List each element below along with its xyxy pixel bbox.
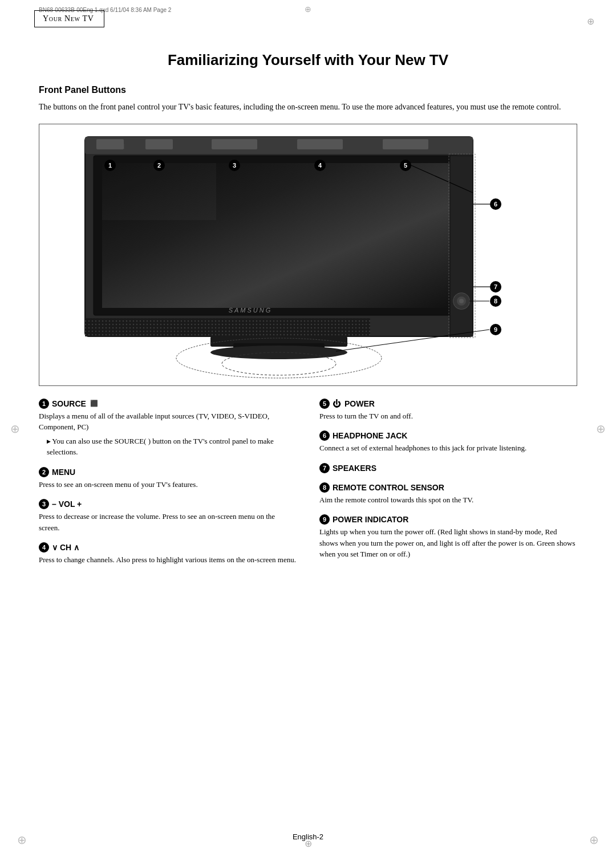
svg-rect-12 xyxy=(212,139,257,149)
desc-power-body: Press to turn the TV on and off. xyxy=(319,411,577,422)
desc-source-title: 1 SOURCE ⬛ xyxy=(39,399,297,409)
desc-vol: 3 – VOL + Press to decrease or increase … xyxy=(39,499,297,533)
badge-6: 6 xyxy=(319,430,330,441)
desc-menu-body: Press to see an on-screen menu of your T… xyxy=(39,479,297,490)
left-column: 1 SOURCE ⬛ Displays a menu of all of the… xyxy=(39,399,297,575)
desc-menu: 2 MENU Press to see an on-screen menu of… xyxy=(39,467,297,490)
descriptions-container: 1 SOURCE ⬛ Displays a menu of all of the… xyxy=(39,399,577,575)
desc-ch: 4 ∨ CH ∧ Press to change channels. Also … xyxy=(39,542,297,566)
main-content: Familiarizing Yourself with Your New TV … xyxy=(39,51,577,575)
badge-8: 8 xyxy=(319,482,330,493)
svg-rect-3 xyxy=(102,163,216,220)
svg-text:1: 1 xyxy=(108,162,112,169)
desc-remote-sensor-title: 8 REMOTE CONTROL SENSOR xyxy=(319,482,577,493)
page-title: Familiarizing Yourself with Your New TV xyxy=(39,51,577,69)
desc-power-title: 5 ⏻POWER xyxy=(319,399,577,409)
badge-4: 4 xyxy=(39,542,49,553)
badge-9: 9 xyxy=(319,514,330,525)
desc-source-sub: You can also use the SOURCE( ) button on… xyxy=(47,436,297,458)
badge-2: 2 xyxy=(39,467,49,477)
desc-power-indicator: 9 POWER INDICATOR Lights up when you tur… xyxy=(319,514,577,560)
reg-mark-right: ⊕ xyxy=(596,422,606,436)
svg-rect-13 xyxy=(297,139,343,149)
desc-menu-title: 2 MENU xyxy=(39,467,297,477)
desc-power-indicator-body: Lights up when you turn the power off. (… xyxy=(319,526,577,560)
source-icon: ⬛ xyxy=(90,400,98,407)
tv-svg: SOURCE ⬛ MENU – VOL + ∨ CH ∧ ⏻ POWER SAM… xyxy=(39,124,577,386)
badge-1: 1 xyxy=(39,399,49,409)
svg-rect-18 xyxy=(85,318,370,336)
badge-3: 3 xyxy=(39,499,49,509)
desc-speakers-title: 7 SPEAKERS xyxy=(319,463,577,473)
reg-mark-top-center: ⊕ xyxy=(305,5,311,14)
reg-mark-bottom-left: ⊕ xyxy=(17,833,27,847)
svg-text:2: 2 xyxy=(157,162,161,169)
desc-vol-body: Press to decrease or increase the volume… xyxy=(39,511,297,533)
desc-headphone-body: Connect a set of external headphones to … xyxy=(319,442,577,454)
desc-headphone-title: 6 HEADPHONE JACK xyxy=(319,430,577,441)
svg-text:9: 9 xyxy=(494,326,497,333)
svg-text:4: 4 xyxy=(318,162,322,169)
header-box: Your New TV xyxy=(34,10,104,27)
desc-remote-sensor-body: Aim the remote control towards this spot… xyxy=(319,494,577,506)
svg-text:8: 8 xyxy=(494,298,497,304)
desc-source: 1 SOURCE ⬛ Displays a menu of all of the… xyxy=(39,399,297,458)
desc-ch-body: Press to change channels. Also press to … xyxy=(39,554,297,566)
desc-power: 5 ⏻POWER Press to turn the TV on and off… xyxy=(319,399,577,422)
reg-mark-bottom-right: ⊕ xyxy=(589,833,599,847)
section-title: Front Panel Buttons xyxy=(39,85,577,95)
badge-7: 7 xyxy=(319,463,330,473)
desc-source-body: Displays a menu of all of the available … xyxy=(39,411,297,433)
reg-mark-bottom-center: ⊕ xyxy=(305,838,312,849)
desc-power-indicator-title: 9 POWER INDICATOR xyxy=(319,514,577,525)
desc-vol-title: 3 – VOL + xyxy=(39,499,297,509)
svg-text:SAMSUNG: SAMSUNG xyxy=(229,307,273,314)
desc-remote-sensor: 8 REMOTE CONTROL SENSOR Aim the remote c… xyxy=(319,482,577,506)
header-title: Your New TV xyxy=(43,14,94,23)
right-column: 5 ⏻POWER Press to turn the TV on and off… xyxy=(319,399,577,575)
tv-diagram: SOURCE ⬛ MENU – VOL + ∨ CH ∧ ⏻ POWER SAM… xyxy=(39,124,577,386)
svg-rect-11 xyxy=(145,139,173,149)
badge-5: 5 xyxy=(319,399,330,409)
svg-rect-10 xyxy=(96,139,124,149)
svg-text:7: 7 xyxy=(494,283,497,290)
svg-point-26 xyxy=(210,346,347,359)
intro-text: The buttons on the front panel control y… xyxy=(39,101,577,113)
desc-headphone: 6 HEADPHONE JACK Connect a set of extern… xyxy=(319,430,577,454)
svg-rect-14 xyxy=(383,139,428,149)
desc-speakers: 7 SPEAKERS xyxy=(319,463,577,473)
power-icon: ⏻ xyxy=(333,399,341,408)
svg-point-23 xyxy=(459,299,464,303)
svg-text:6: 6 xyxy=(494,201,497,208)
svg-text:5: 5 xyxy=(404,162,407,169)
svg-text:3: 3 xyxy=(233,162,236,169)
reg-mark-left: ⊕ xyxy=(10,422,20,436)
reg-mark-top-right: ⊕ xyxy=(587,16,594,27)
desc-ch-title: 4 ∨ CH ∧ xyxy=(39,542,297,553)
